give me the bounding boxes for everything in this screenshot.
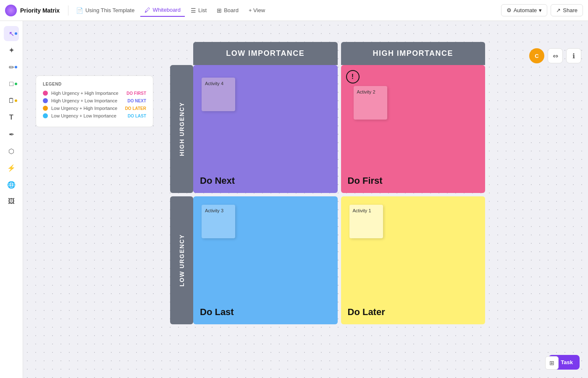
activity4-label: Activity 4 — [205, 81, 223, 86]
activity1-label: Activity 1 — [353, 208, 371, 213]
matrix-row-bottom: Activity 3 Do Last Activity 1 Do Later — [193, 196, 485, 324]
share-button[interactable]: ↗ Share — [551, 4, 583, 16]
row-label-low-urgency: LOW URGENCY — [170, 196, 193, 324]
pen-icon: ✏ — [9, 63, 14, 71]
tab-board[interactable]: ⊞ Board — [213, 5, 243, 16]
sticky-dot — [15, 99, 17, 102]
automate-label: Automate — [514, 7, 537, 13]
globe-tool[interactable]: 🌐 — [4, 177, 19, 192]
select-dot — [15, 32, 17, 35]
cell-do-later[interactable]: Activity 1 Do Later — [341, 196, 486, 324]
cell-do-first-label: Do First — [348, 175, 383, 186]
legend-box: LEGEND High Urgency + High Importance DO… — [36, 76, 153, 127]
image-tool[interactable]: 🖼 — [4, 194, 19, 209]
whiteboard-icon: 🖊 — [144, 7, 150, 13]
legend-tag-do-last: DO LAST — [128, 114, 146, 118]
fit-view-button[interactable]: ⇔ — [548, 48, 563, 63]
sticky-activity1[interactable]: Activity 1 — [349, 205, 383, 238]
select-icon: ↖ — [9, 30, 14, 38]
text-icon: T — [9, 114, 13, 121]
board-icon: ⊞ — [217, 7, 222, 14]
cell-do-next[interactable]: Activity 4 Do Next — [193, 65, 338, 193]
sticky-tool[interactable]: 🗒 — [4, 93, 19, 108]
row-label-high-urgency: HIGH URGENCY — [170, 65, 193, 193]
left-toolbar: ↖ ✦ ✏ □ 🗒 T ✒ ⬡ ⚡ 🌐 🖼 — [0, 21, 23, 378]
tab-using-template[interactable]: 📄 Using This Template — [72, 5, 139, 16]
rect-tool[interactable]: □ — [4, 76, 19, 91]
select-tool[interactable]: ↖ — [4, 26, 19, 41]
matrix-grid: HIGH URGENCY LOW URGENCY Activity 4 Do N… — [170, 65, 485, 324]
matrix-row-top: Activity 4 Do Next ! Activity 2 Do First — [193, 65, 485, 193]
matrix-cells: Activity 4 Do Next ! Activity 2 Do First — [193, 65, 485, 324]
tab-whiteboard-label: Whiteboard — [152, 7, 180, 13]
cell-do-last[interactable]: Activity 3 Do Last — [193, 196, 338, 324]
legend-dot-do-last — [43, 113, 48, 118]
globe-icon: 🌐 — [7, 181, 16, 189]
app-title: Priority Matrix — [20, 7, 60, 14]
magic-icon: ✦ — [8, 46, 15, 55]
activity3-label: Activity 3 — [205, 208, 223, 213]
top-nav: Priority Matrix 📄 Using This Template 🖊 … — [0, 0, 588, 21]
legend-item-do-last: Low Urgency + Low Importance DO LAST — [43, 113, 146, 118]
list-icon: ☰ — [191, 7, 196, 14]
legend-text-do-later: Low Urgency + High Importance — [51, 106, 122, 111]
nav-right: ⚙ Automate ▾ ↗ Share — [501, 4, 583, 16]
legend-item-do-next: High Urgency + Low Importance DO NEXT — [43, 98, 146, 103]
legend-tag-do-first: DO FIRST — [126, 91, 146, 96]
col-header-low-importance: LOW IMPORTANCE — [193, 42, 338, 65]
legend-text-do-last: Low Urgency + Low Importance — [51, 113, 124, 118]
rect-dot — [15, 83, 17, 85]
sticky-activity3[interactable]: Activity 3 — [202, 205, 235, 238]
tab-list[interactable]: ☰ List — [186, 5, 211, 16]
cell-do-last-label: Do Last — [200, 307, 234, 318]
cell-do-first[interactable]: ! Activity 2 Do First — [341, 65, 486, 193]
diagram-icon: ⬡ — [8, 147, 14, 155]
share-icon: ↗ — [556, 7, 561, 13]
exclamation-icon: ! — [346, 70, 360, 83]
legend-dot-do-later — [43, 106, 48, 111]
info-button[interactable]: ℹ — [566, 48, 581, 63]
grid-icon: ⊞ — [549, 360, 554, 366]
connector-tool[interactable]: ⚡ — [4, 160, 19, 175]
rect-icon: □ — [9, 80, 13, 88]
doc-icon: 📄 — [76, 7, 83, 14]
tab-view-label: + View — [249, 7, 265, 13]
legend-title: LEGEND — [43, 82, 146, 86]
cell-do-next-label: Do Next — [200, 175, 235, 186]
magic-tool[interactable]: ✦ — [4, 43, 19, 58]
add-task-label: Task — [561, 359, 573, 365]
matrix-col-headers: LOW IMPORTANCE HIGH IMPORTANCE — [193, 42, 485, 65]
activity2-label: Activity 2 — [357, 89, 375, 94]
matrix-container: LOW IMPORTANCE HIGH IMPORTANCE HIGH URGE… — [170, 42, 485, 324]
tab-view[interactable]: + View — [244, 5, 269, 16]
grid-view-button[interactable]: ⊞ — [545, 356, 559, 370]
cell-do-later-label: Do Later — [348, 307, 385, 318]
info-icon: ℹ — [572, 52, 575, 60]
legend-text-do-first: High Urgency + High Importance — [51, 91, 123, 96]
legend-text-do-next: High Urgency + Low Importance — [51, 98, 124, 103]
nav-separator — [68, 5, 68, 16]
canvas-area[interactable]: LEGEND High Urgency + High Importance DO… — [23, 21, 588, 378]
row-label-col: HIGH URGENCY LOW URGENCY — [170, 65, 193, 324]
sticky-activity4[interactable]: Activity 4 — [202, 78, 235, 111]
fit-view-icon: ⇔ — [553, 52, 558, 60]
automate-icon: ⚙ — [507, 7, 512, 13]
pen-tool[interactable]: ✏ — [4, 60, 19, 75]
connector-icon: ⚡ — [7, 164, 16, 172]
text-tool[interactable]: T — [4, 110, 19, 125]
automate-button[interactable]: ⚙ Automate ▾ — [501, 4, 548, 16]
share-label: Share — [563, 7, 578, 13]
diagram-tool[interactable]: ⬡ — [4, 143, 19, 159]
pen-dot — [15, 66, 17, 68]
tab-using-template-label: Using This Template — [85, 7, 134, 13]
legend-item-do-first: High Urgency + High Importance DO FIRST — [43, 91, 146, 96]
tab-whiteboard[interactable]: 🖊 Whiteboard — [140, 4, 184, 17]
sticky-activity2[interactable]: Activity 2 — [354, 86, 387, 120]
legend-dot-do-first — [43, 91, 48, 96]
top-right-buttons: C ⇔ ℹ — [529, 48, 581, 63]
automate-chevron: ▾ — [539, 7, 542, 13]
user-avatar[interactable]: C — [529, 48, 544, 63]
legend-tag-do-next: DO NEXT — [128, 99, 146, 103]
image-icon: 🖼 — [8, 198, 15, 205]
line-tool[interactable]: ✒ — [4, 127, 19, 142]
